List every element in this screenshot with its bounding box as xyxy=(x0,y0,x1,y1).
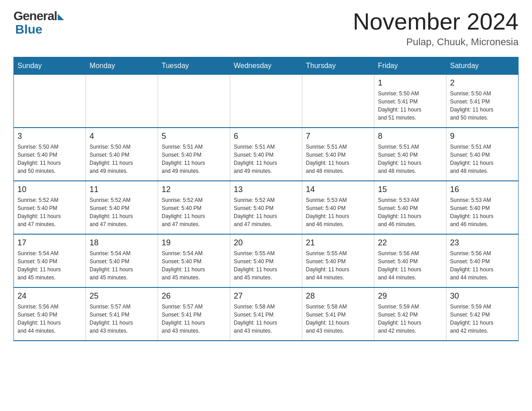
day-info: Sunrise: 5:56 AM Sunset: 5:40 PM Dayligh… xyxy=(450,249,515,282)
day-number: 22 xyxy=(378,238,442,248)
header-wednesday: Wednesday xyxy=(230,57,302,75)
table-cell: 2Sunrise: 5:50 AM Sunset: 5:41 PM Daylig… xyxy=(446,75,519,128)
table-cell: 4Sunrise: 5:50 AM Sunset: 5:40 PM Daylig… xyxy=(86,128,158,181)
day-number: 6 xyxy=(234,132,298,141)
table-cell: 18Sunrise: 5:54 AM Sunset: 5:40 PM Dayli… xyxy=(86,234,158,287)
calendar-row-2: 10Sunrise: 5:52 AM Sunset: 5:40 PM Dayli… xyxy=(14,181,519,234)
logo-blue-text: Blue xyxy=(15,22,43,37)
table-cell: 6Sunrise: 5:51 AM Sunset: 5:40 PM Daylig… xyxy=(230,128,302,181)
day-number: 10 xyxy=(17,185,82,194)
day-info: Sunrise: 5:50 AM Sunset: 5:41 PM Dayligh… xyxy=(378,90,442,122)
table-cell: 1Sunrise: 5:50 AM Sunset: 5:41 PM Daylig… xyxy=(374,75,446,128)
table-cell: 25Sunrise: 5:57 AM Sunset: 5:41 PM Dayli… xyxy=(86,287,158,341)
day-info: Sunrise: 5:59 AM Sunset: 5:42 PM Dayligh… xyxy=(378,303,442,335)
day-number: 30 xyxy=(450,291,515,301)
table-cell: 8Sunrise: 5:51 AM Sunset: 5:40 PM Daylig… xyxy=(374,128,446,181)
header-saturday: Saturday xyxy=(446,57,519,75)
day-info: Sunrise: 5:52 AM Sunset: 5:40 PM Dayligh… xyxy=(17,196,82,228)
day-number: 18 xyxy=(90,238,154,248)
table-cell: 9Sunrise: 5:51 AM Sunset: 5:40 PM Daylig… xyxy=(446,128,519,181)
logo-general-text: General xyxy=(13,9,57,23)
day-info: Sunrise: 5:55 AM Sunset: 5:40 PM Dayligh… xyxy=(306,249,370,282)
day-info: Sunrise: 5:54 AM Sunset: 5:40 PM Dayligh… xyxy=(90,249,154,282)
day-number: 21 xyxy=(306,238,370,248)
day-number: 2 xyxy=(450,78,515,88)
day-number: 25 xyxy=(90,291,154,301)
logo-arrow-icon xyxy=(58,14,64,20)
day-info: Sunrise: 5:52 AM Sunset: 5:40 PM Dayligh… xyxy=(234,196,298,228)
table-cell: 26Sunrise: 5:57 AM Sunset: 5:41 PM Dayli… xyxy=(158,287,230,341)
day-number: 20 xyxy=(234,238,298,248)
table-cell: 22Sunrise: 5:56 AM Sunset: 5:40 PM Dayli… xyxy=(374,234,446,287)
day-number: 19 xyxy=(162,238,226,248)
day-info: Sunrise: 5:53 AM Sunset: 5:40 PM Dayligh… xyxy=(450,196,515,228)
calendar-row-0: 1Sunrise: 5:50 AM Sunset: 5:41 PM Daylig… xyxy=(14,75,519,128)
day-info: Sunrise: 5:53 AM Sunset: 5:40 PM Dayligh… xyxy=(378,196,442,228)
day-number: 26 xyxy=(162,291,226,301)
day-number: 11 xyxy=(90,185,154,194)
table-cell xyxy=(230,75,302,128)
table-cell: 14Sunrise: 5:53 AM Sunset: 5:40 PM Dayli… xyxy=(302,181,374,234)
day-info: Sunrise: 5:58 AM Sunset: 5:41 PM Dayligh… xyxy=(306,303,370,335)
day-number: 3 xyxy=(17,132,82,141)
day-number: 8 xyxy=(378,132,442,141)
header-thursday: Thursday xyxy=(302,57,374,75)
calendar-row-1: 3Sunrise: 5:50 AM Sunset: 5:40 PM Daylig… xyxy=(14,128,519,181)
day-info: Sunrise: 5:50 AM Sunset: 5:40 PM Dayligh… xyxy=(90,143,154,175)
day-number: 7 xyxy=(306,132,370,141)
day-info: Sunrise: 5:51 AM Sunset: 5:40 PM Dayligh… xyxy=(378,143,442,175)
table-cell: 11Sunrise: 5:52 AM Sunset: 5:40 PM Dayli… xyxy=(86,181,158,234)
day-info: Sunrise: 5:55 AM Sunset: 5:40 PM Dayligh… xyxy=(234,249,298,282)
day-number: 27 xyxy=(234,291,298,301)
calendar-table: SundayMondayTuesdayWednesdayThursdayFrid… xyxy=(13,57,519,341)
location-title: Pulap, Chuuk, Micronesia xyxy=(353,36,519,48)
day-info: Sunrise: 5:59 AM Sunset: 5:42 PM Dayligh… xyxy=(450,303,515,335)
day-info: Sunrise: 5:52 AM Sunset: 5:40 PM Dayligh… xyxy=(90,196,154,228)
day-number: 23 xyxy=(450,238,515,248)
header-friday: Friday xyxy=(374,57,446,75)
header-sunday: Sunday xyxy=(14,57,86,75)
day-number: 14 xyxy=(306,185,370,194)
table-cell: 16Sunrise: 5:53 AM Sunset: 5:40 PM Dayli… xyxy=(446,181,519,234)
day-info: Sunrise: 5:50 AM Sunset: 5:41 PM Dayligh… xyxy=(450,90,515,122)
day-number: 16 xyxy=(450,185,515,194)
calendar-row-4: 24Sunrise: 5:56 AM Sunset: 5:40 PM Dayli… xyxy=(14,287,519,341)
table-cell: 27Sunrise: 5:58 AM Sunset: 5:41 PM Dayli… xyxy=(230,287,302,341)
day-info: Sunrise: 5:51 AM Sunset: 5:40 PM Dayligh… xyxy=(162,143,226,175)
day-info: Sunrise: 5:52 AM Sunset: 5:40 PM Dayligh… xyxy=(162,196,226,228)
table-cell: 29Sunrise: 5:59 AM Sunset: 5:42 PM Dayli… xyxy=(374,287,446,341)
weekday-header-row: SundayMondayTuesdayWednesdayThursdayFrid… xyxy=(14,57,519,75)
calendar-row-3: 17Sunrise: 5:54 AM Sunset: 5:40 PM Dayli… xyxy=(14,234,519,287)
day-number: 9 xyxy=(450,132,515,141)
day-info: Sunrise: 5:56 AM Sunset: 5:40 PM Dayligh… xyxy=(378,249,442,282)
day-info: Sunrise: 5:54 AM Sunset: 5:40 PM Dayligh… xyxy=(162,249,226,282)
table-cell: 24Sunrise: 5:56 AM Sunset: 5:40 PM Dayli… xyxy=(14,287,86,341)
table-cell: 19Sunrise: 5:54 AM Sunset: 5:40 PM Dayli… xyxy=(158,234,230,287)
month-title: November 2024 xyxy=(353,9,519,34)
table-cell: 20Sunrise: 5:55 AM Sunset: 5:40 PM Dayli… xyxy=(230,234,302,287)
day-number: 4 xyxy=(90,132,154,141)
table-cell: 17Sunrise: 5:54 AM Sunset: 5:40 PM Dayli… xyxy=(14,234,86,287)
day-info: Sunrise: 5:51 AM Sunset: 5:40 PM Dayligh… xyxy=(450,143,515,175)
day-info: Sunrise: 5:51 AM Sunset: 5:40 PM Dayligh… xyxy=(234,143,298,175)
header-monday: Monday xyxy=(86,57,158,75)
day-number: 5 xyxy=(162,132,226,141)
day-number: 17 xyxy=(17,238,82,248)
table-cell: 3Sunrise: 5:50 AM Sunset: 5:40 PM Daylig… xyxy=(14,128,86,181)
table-cell xyxy=(14,75,86,128)
day-info: Sunrise: 5:50 AM Sunset: 5:40 PM Dayligh… xyxy=(17,143,82,175)
table-cell: 28Sunrise: 5:58 AM Sunset: 5:41 PM Dayli… xyxy=(302,287,374,341)
table-cell: 5Sunrise: 5:51 AM Sunset: 5:40 PM Daylig… xyxy=(158,128,230,181)
logo: General Blue xyxy=(13,9,64,37)
table-cell xyxy=(86,75,158,128)
table-cell: 30Sunrise: 5:59 AM Sunset: 5:42 PM Dayli… xyxy=(446,287,519,341)
day-info: Sunrise: 5:56 AM Sunset: 5:40 PM Dayligh… xyxy=(17,303,82,335)
day-info: Sunrise: 5:51 AM Sunset: 5:40 PM Dayligh… xyxy=(306,143,370,175)
header: General Blue November 2024 Pulap, Chuuk,… xyxy=(13,9,519,48)
header-tuesday: Tuesday xyxy=(158,57,230,75)
table-cell xyxy=(158,75,230,128)
day-info: Sunrise: 5:58 AM Sunset: 5:41 PM Dayligh… xyxy=(234,303,298,335)
table-cell: 12Sunrise: 5:52 AM Sunset: 5:40 PM Dayli… xyxy=(158,181,230,234)
title-area: November 2024 Pulap, Chuuk, Micronesia xyxy=(353,9,519,48)
day-info: Sunrise: 5:54 AM Sunset: 5:40 PM Dayligh… xyxy=(17,249,82,282)
